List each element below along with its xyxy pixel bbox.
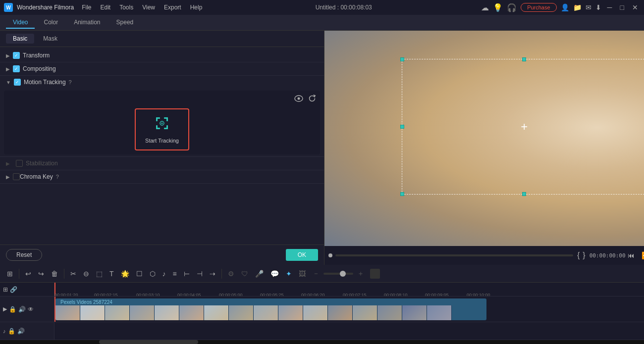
- zoom-slider-handle[interactable]: [340, 271, 346, 277]
- video-preview[interactable]: +: [324, 31, 644, 246]
- compositing-expand-icon: ▶: [6, 66, 10, 72]
- reset-button[interactable]: Reset: [6, 249, 42, 261]
- folder-icon[interactable]: 📁: [573, 3, 582, 11]
- setting-gear-button[interactable]: ⚙: [225, 268, 237, 280]
- menu-edit[interactable]: Edit: [97, 3, 115, 12]
- lock-icon[interactable]: 🔒: [9, 306, 16, 313]
- headset-icon[interactable]: 🎧: [507, 3, 517, 12]
- grid-tool-button[interactable]: ⊞: [4, 268, 16, 280]
- mask-button[interactable]: ⬚: [93, 268, 106, 280]
- close-button[interactable]: ✕: [630, 3, 640, 11]
- out-point-icon[interactable]: }: [583, 251, 585, 260]
- menu-tools[interactable]: Tools: [115, 3, 137, 12]
- audio-mute-icon[interactable]: 🔊: [17, 328, 25, 335]
- subtab-basic[interactable]: Basic: [6, 34, 34, 44]
- audio-clip-button[interactable]: ♪: [160, 268, 169, 280]
- bulb-icon[interactable]: 💡: [493, 3, 503, 12]
- scroll-thumb[interactable]: [99, 340, 198, 344]
- eye-track-icon[interactable]: 👁: [28, 306, 34, 313]
- start-tracking-button[interactable]: Start Tracking: [135, 108, 189, 150]
- motion-tracking-row[interactable]: ▼ ✓ Motion Tracking ?: [0, 76, 324, 89]
- ruler-mark-8: 00:00:08:10: [384, 293, 408, 296]
- split-button[interactable]: ⊢: [181, 268, 193, 280]
- seek-bar[interactable]: [335, 254, 573, 256]
- zoom-slider[interactable]: [323, 273, 353, 275]
- clip-button[interactable]: ⊣: [194, 268, 206, 280]
- chroma-key-row[interactable]: ▶ Chroma Key ?: [0, 170, 324, 183]
- speed-button[interactable]: ⇢: [207, 268, 218, 280]
- stab-expand-icon: ▶: [6, 161, 10, 166]
- cloud-icon[interactable]: ☁: [481, 3, 489, 12]
- comment-button[interactable]: 💬: [268, 268, 282, 280]
- stabilization-checkbox[interactable]: [16, 160, 23, 167]
- minimize-button[interactable]: ─: [605, 3, 614, 11]
- chroma-key-help-icon[interactable]: ?: [56, 174, 59, 180]
- audio-lock-icon[interactable]: 🔒: [8, 328, 15, 335]
- redo-button[interactable]: ↪: [35, 268, 47, 280]
- video-background: +: [324, 31, 644, 246]
- compositing-row[interactable]: ▶ ✓ Compositing: [0, 62, 324, 75]
- stabilization-label: Stabilization: [26, 160, 58, 167]
- seek-handle[interactable]: [328, 253, 332, 257]
- tab-video[interactable]: Video: [6, 17, 35, 29]
- volume-icon[interactable]: 🔊: [18, 306, 26, 313]
- rewind-button[interactable]: ⏮: [626, 249, 637, 261]
- compositing-group: ▶ ✓ Compositing: [0, 62, 324, 76]
- ruler-mark-3: 00:00:04:05: [177, 293, 201, 296]
- plus-zoom-button[interactable]: ＋: [354, 267, 367, 280]
- tab-animation[interactable]: Animation: [67, 17, 107, 29]
- mic-button[interactable]: 🎤: [252, 268, 267, 280]
- menu-help[interactable]: Help: [186, 3, 207, 12]
- ruler-mark-5: 00:00:05:25: [260, 293, 284, 296]
- timeline-scroll[interactable]: [0, 340, 644, 344]
- timeline-ruler: 00:00:01:20 00:00:02:15 00:00:03:10 00:0…: [54, 283, 644, 296]
- add-track-icon[interactable]: ⊞: [3, 286, 8, 293]
- maximize-button[interactable]: □: [618, 3, 626, 11]
- motion-tracking-checkbox[interactable]: ✓: [14, 79, 21, 86]
- text-button[interactable]: T: [107, 268, 117, 280]
- property-list: ▶ ✓ Transform ▶ ✓ Compositing ▼ ✓ Motion: [0, 47, 324, 245]
- mt-refresh-button[interactable]: [308, 95, 316, 104]
- link-icon[interactable]: 🔗: [10, 286, 17, 293]
- ai-button[interactable]: ✦: [283, 268, 295, 280]
- motion-tracking-label: Motion Tracking: [24, 79, 66, 86]
- menu-export[interactable]: Export: [160, 3, 185, 12]
- user-icon[interactable]: 👤: [561, 3, 569, 11]
- download-icon[interactable]: ⬇: [595, 3, 601, 11]
- chroma-key-checkbox[interactable]: [13, 173, 20, 180]
- crop-button[interactable]: ⊖: [80, 268, 92, 280]
- tab-speed[interactable]: Speed: [109, 17, 141, 29]
- subtab-mask[interactable]: Mask: [36, 34, 64, 44]
- cut-button[interactable]: ✂: [67, 268, 79, 280]
- menu-view[interactable]: View: [138, 3, 159, 12]
- transform-row[interactable]: ▶ ✓ Transform: [0, 49, 324, 62]
- in-point-icon[interactable]: {: [577, 251, 580, 260]
- transform-expand-icon: ▶: [6, 53, 10, 58]
- stabilization-row[interactable]: ▶ Stabilization: [0, 157, 324, 170]
- mail-icon[interactable]: ✉: [586, 3, 591, 11]
- ok-button[interactable]: OK: [286, 249, 318, 261]
- shield-button[interactable]: 🛡: [238, 268, 251, 280]
- thumb-16: [427, 305, 452, 320]
- equalizer-button[interactable]: ≡: [170, 268, 180, 280]
- tab-color[interactable]: Color: [37, 17, 65, 29]
- audio-track-controls: ♪ 🔒 🔊: [0, 322, 54, 340]
- menu-file[interactable]: File: [78, 3, 95, 12]
- minus-zoom-button[interactable]: －: [310, 267, 322, 280]
- compositing-checkbox[interactable]: ✓: [13, 65, 20, 72]
- undo-button[interactable]: ↩: [22, 268, 34, 280]
- svg-point-1: [298, 98, 300, 100]
- delete-button[interactable]: 🗑: [48, 268, 61, 280]
- transform-checkbox[interactable]: ✓: [13, 52, 20, 59]
- sticker-button[interactable]: 🌟: [118, 268, 132, 280]
- mt-visibility-button[interactable]: [294, 95, 303, 104]
- purchase-button[interactable]: Purchase: [521, 3, 556, 12]
- effect-button[interactable]: ⬡: [147, 268, 159, 280]
- video-clip[interactable]: Pexels Videos 2587224: [55, 298, 486, 320]
- motion-tracking-help-icon[interactable]: ?: [69, 79, 72, 85]
- frame-back-button[interactable]: ⏪: [640, 249, 644, 261]
- ruler-mark-2: 00:00:03:10: [136, 293, 160, 296]
- transition-button[interactable]: ☐: [133, 268, 146, 280]
- media-button[interactable]: 🖼: [296, 268, 309, 280]
- toolbar-sep-3: [221, 269, 222, 279]
